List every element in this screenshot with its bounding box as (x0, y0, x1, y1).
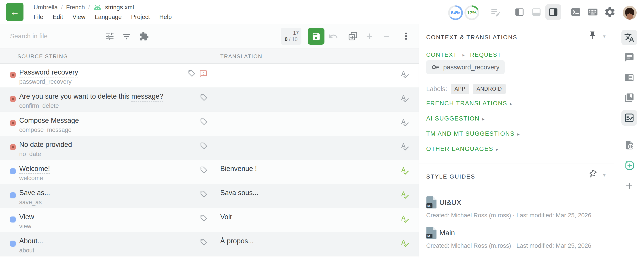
translate-icon[interactable] (622, 30, 637, 45)
markdown-file-icon[interactable]: M↓ (426, 227, 436, 239)
source-string: View (19, 213, 34, 221)
chevron-down-icon[interactable]: ▾ (603, 33, 606, 39)
add-row-button[interactable]: + (364, 30, 375, 42)
save-button[interactable] (308, 28, 324, 45)
counter-done: 0 / 10 (284, 36, 299, 42)
draft-edit-icon[interactable] (488, 0, 504, 24)
pin-icon[interactable] (588, 31, 597, 40)
table-row[interactable]: No date provided no_date (0, 136, 418, 160)
add-new-icon[interactable]: + (622, 178, 637, 194)
progress-ring-translated[interactable]: 17% (464, 5, 479, 20)
breadcrumb-project[interactable]: Umbrella (34, 4, 58, 11)
ai-sparkle-icon[interactable] (622, 157, 637, 173)
spellcheck-icon[interactable] (400, 239, 409, 248)
status-bullet-untranslated (10, 72, 16, 78)
label-chip-app[interactable]: APP (451, 84, 469, 94)
breadcrumb-separator: / (88, 4, 90, 11)
menu-file[interactable]: File (34, 14, 44, 20)
source-string: Welcome! (19, 165, 50, 173)
string-key: confirm_delete (19, 103, 59, 109)
table-row[interactable]: Welcome! welcome Bienvenue ! (0, 160, 418, 184)
undo-button[interactable] (327, 30, 339, 42)
style-guides-title: STYLE GUIDES (426, 173, 475, 180)
string-key: view (19, 223, 31, 230)
pin-outline-icon[interactable] (588, 170, 597, 179)
glossary-books-icon[interactable] (622, 90, 637, 106)
search-input[interactable] (10, 31, 95, 41)
menu-view[interactable]: View (72, 14, 86, 20)
file-info-icon[interactable] (622, 137, 637, 153)
progress-ring-source[interactable]: 64% (448, 5, 463, 20)
menu-project[interactable]: Project (131, 14, 150, 20)
label-chip-android[interactable]: ANDROID (473, 84, 506, 94)
menu-help[interactable]: Help (159, 14, 172, 20)
tag-icon[interactable] (200, 238, 208, 246)
tag-icon[interactable] (200, 118, 208, 126)
menu-bar: File Edit View Language Project Help (34, 14, 172, 20)
spellcheck-icon[interactable] (400, 118, 409, 127)
settings-gear-icon[interactable] (602, 0, 618, 24)
extension-puzzle-icon[interactable] (139, 31, 149, 42)
tune-sliders-icon[interactable] (104, 31, 115, 42)
counter-done-value: 0 (285, 36, 288, 42)
tab-request[interactable]: REQUEST (470, 51, 501, 58)
translation-cell[interactable]: Voir (220, 213, 232, 221)
comments-icon[interactable] (622, 50, 637, 65)
tag-icon[interactable] (200, 190, 208, 198)
translation-cell[interactable]: Sava sous... (220, 189, 258, 197)
apply-copy-button[interactable] (347, 30, 359, 42)
style-guide-meta: Created: Michael Ross (m.ross) · Last mo… (426, 212, 591, 219)
string-key-chip[interactable]: password_recovery (426, 60, 505, 74)
table-row[interactable]: Compose Message compose_message (0, 112, 418, 136)
translation-cell[interactable]: Bienvenue ! (220, 165, 257, 173)
menu-edit[interactable]: Edit (53, 14, 63, 20)
panel-right-toggle-icon[interactable] (546, 0, 561, 24)
panel-bottom-toggle-icon[interactable] (528, 0, 544, 24)
spellcheck-icon[interactable] (400, 94, 409, 103)
menu-language[interactable]: Language (95, 14, 122, 20)
tasks-checklist-icon[interactable] (622, 110, 637, 126)
style-guide-name[interactable]: Main (440, 229, 455, 237)
table-row[interactable]: Password recovery password_recovery (0, 64, 418, 88)
chevron-right-icon: ▸ (462, 52, 465, 58)
section-other-languages[interactable]: OTHER LANGUAGES▸ (426, 145, 499, 152)
tag-icon[interactable] (200, 214, 208, 222)
source-string: Are you sure you want to delete this mes… (19, 92, 163, 101)
more-menu-button[interactable]: ⋮ (400, 30, 412, 42)
spellcheck-icon[interactable] (400, 215, 409, 223)
section-ai-suggestion[interactable]: AI SUGGESTION▸ (426, 115, 485, 122)
filter-icon[interactable] (121, 31, 132, 42)
table-row[interactable]: Are you sure you want to delete this mes… (0, 88, 418, 112)
tab-context[interactable]: CONTEXT (426, 51, 457, 58)
tag-icon[interactable] (200, 142, 208, 149)
reader-card-icon[interactable] (622, 70, 637, 86)
status-bullet-translated (10, 192, 16, 198)
spellcheck-icon[interactable] (400, 190, 409, 199)
apply-copy-icon (348, 31, 358, 41)
table-row[interactable]: About... about À propos... (0, 232, 418, 257)
tag-icon[interactable] (200, 94, 208, 101)
table-row[interactable]: View view Voir (0, 208, 418, 232)
source-string: Save as... (19, 189, 50, 197)
translation-cell[interactable]: À propos... (220, 237, 254, 245)
style-guide-name[interactable]: UI&UX (440, 198, 461, 207)
breadcrumb-language[interactable]: French (66, 4, 85, 11)
tag-icon[interactable] (188, 70, 196, 78)
markdown-file-icon[interactable]: M↓ (426, 196, 436, 208)
spellcheck-icon[interactable] (400, 166, 409, 175)
section-french-translations[interactable]: FRENCH TRANSLATIONS▸ (426, 100, 513, 107)
comment-alert-icon[interactable] (199, 70, 208, 78)
remove-row-button[interactable]: − (380, 30, 392, 42)
table-row[interactable]: Save as... save_as Sava sous... (0, 184, 418, 208)
keyboard-icon[interactable] (585, 0, 600, 24)
chevron-down-icon[interactable]: ▾ (603, 172, 606, 178)
svg-text:M↓: M↓ (427, 204, 432, 208)
panel-left-toggle-icon[interactable] (512, 0, 527, 24)
terminal-icon[interactable] (568, 0, 584, 24)
spellcheck-icon[interactable] (400, 70, 409, 79)
spellcheck-icon[interactable] (400, 142, 409, 151)
tag-icon[interactable] (200, 166, 208, 174)
user-avatar[interactable] (623, 6, 636, 20)
section-tm-mt-suggestions[interactable]: TM AND MT SUGGESTIONS▸ (426, 130, 520, 137)
back-button[interactable]: ← (6, 3, 24, 21)
